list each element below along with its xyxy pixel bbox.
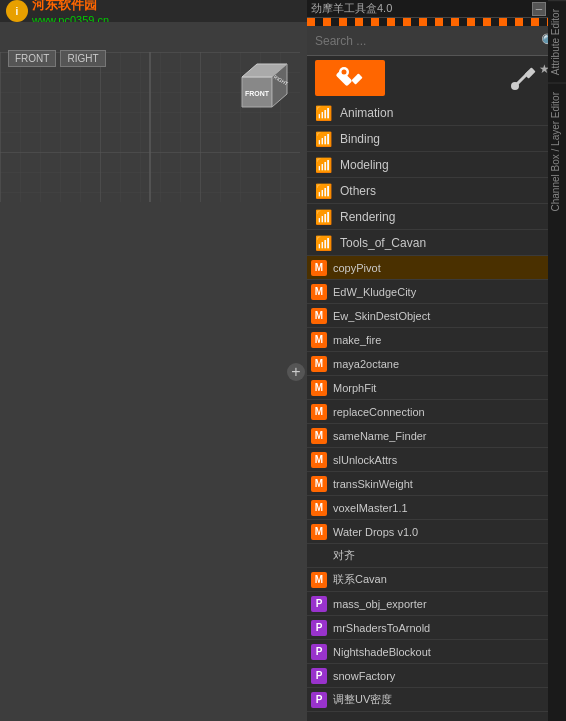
- tool-maya2octane[interactable]: M maya2octane: [307, 352, 566, 376]
- tool-adjust-uv[interactable]: P 调整UV密度: [307, 688, 566, 712]
- tool-label: EdW_KludgeCity: [333, 286, 416, 298]
- badge-p: P: [311, 620, 327, 636]
- badge-m: M: [311, 284, 327, 300]
- tool-label: snowFactory: [333, 670, 395, 682]
- right-panel: 劲摩羊工具盒4.0 ─ □ 🔍 ★: [307, 0, 566, 721]
- category-rendering[interactable]: 📶 Rendering: [307, 204, 566, 230]
- minimize-button[interactable]: ─: [532, 2, 546, 16]
- category-tools-of-cavan[interactable]: 📶 Tools_of_Cavan: [307, 230, 566, 256]
- badge-m: M: [311, 380, 327, 396]
- category-list[interactable]: 📶 Animation 📶 Binding 📶 Modeling 📶 Other…: [307, 100, 566, 721]
- tool-label: Ew_SkinDestObject: [333, 310, 430, 322]
- plus-button[interactable]: +: [287, 363, 305, 381]
- wifi-icon: 📶: [315, 183, 332, 199]
- orientation-cube[interactable]: FRONT RIGHT: [227, 52, 292, 117]
- tool-label: sameName_Finder: [333, 430, 427, 442]
- category-label: Others: [340, 184, 376, 198]
- tool-transSkinWeight[interactable]: M transSkinWeight: [307, 472, 566, 496]
- active-tab[interactable]: [315, 60, 385, 96]
- category-binding[interactable]: 📶 Binding: [307, 126, 566, 152]
- category-label: Rendering: [340, 210, 395, 224]
- tool-label: mass_obj_exporter: [333, 598, 427, 610]
- badge-p: P: [311, 644, 327, 660]
- badge-m: M: [311, 404, 327, 420]
- wifi-icon-special: 📶: [315, 235, 332, 251]
- tool-label: 对齐: [333, 548, 355, 563]
- tool-align[interactable]: 对齐: [307, 544, 566, 568]
- tool-label: mrShadersToArnold: [333, 622, 430, 634]
- tool-WaterDrops[interactable]: M Water Drops v1.0: [307, 520, 566, 544]
- tool-label: transSkinWeight: [333, 478, 413, 490]
- category-animation[interactable]: 📶 Animation: [307, 100, 566, 126]
- badge-p: P: [311, 692, 327, 708]
- badge-p: P: [311, 596, 327, 612]
- tool-label: 调整UV密度: [333, 692, 392, 707]
- tool-label: 联系Cavan: [333, 572, 387, 587]
- tool-EdW_KludgeCity[interactable]: M EdW_KludgeCity: [307, 280, 566, 304]
- tool-label: replaceConnection: [333, 406, 425, 418]
- title-bar: 劲摩羊工具盒4.0 ─ □: [307, 0, 566, 18]
- viewport-grid: FRONT RIGHT FRONT RIGHT +: [0, 22, 307, 721]
- category-label: Animation: [340, 106, 393, 120]
- tool-copyPivot[interactable]: M copyPivot: [307, 256, 566, 280]
- tool-Ew_SkinDestObject[interactable]: M Ew_SkinDestObject: [307, 304, 566, 328]
- tool-slUnlockAttrs[interactable]: M slUnlockAttrs: [307, 448, 566, 472]
- badge-m: M: [311, 356, 327, 372]
- tool-make_fire[interactable]: M make_fire: [307, 328, 566, 352]
- search-input[interactable]: [315, 34, 535, 48]
- badge-m: M: [311, 500, 327, 516]
- tool-replaceConnection[interactable]: M replaceConnection: [307, 400, 566, 424]
- tool-label: copyPivot: [333, 262, 381, 274]
- svg-point-14: [511, 82, 519, 90]
- right-sidebar: Attribute Editor Channel Box / Layer Edi…: [548, 0, 566, 721]
- sidebar-label-channel[interactable]: Channel Box / Layer Editor: [548, 83, 566, 220]
- tool-voxelMaster[interactable]: M voxelMaster1.1: [307, 496, 566, 520]
- badge-m: M: [311, 572, 327, 588]
- wifi-icon: 📶: [315, 157, 332, 173]
- wifi-icon: 📶: [315, 105, 332, 121]
- site-name: 河东软件园: [32, 0, 109, 14]
- no-badge: [311, 548, 327, 564]
- tool-mass_obj_exporter[interactable]: P mass_obj_exporter: [307, 592, 566, 616]
- sidebar-label-attribute[interactable]: Attribute Editor: [548, 0, 566, 83]
- badge-m: M: [311, 308, 327, 324]
- tool-mrShadersToArnold[interactable]: P mrShadersToArnold: [307, 616, 566, 640]
- tools-icon-inactive: [507, 62, 539, 94]
- front-label[interactable]: FRONT: [8, 50, 56, 67]
- badge-m: M: [311, 332, 327, 348]
- badge-m: M: [311, 428, 327, 444]
- right-label[interactable]: RIGHT: [60, 50, 105, 67]
- wifi-icon: 📶: [315, 209, 332, 225]
- category-label: Tools_of_Cavan: [340, 236, 426, 250]
- category-modeling[interactable]: 📶 Modeling: [307, 152, 566, 178]
- tools-icon-active: [334, 62, 366, 94]
- viewport-header: i 河东软件园 www.pc0359.cn: [0, 0, 307, 22]
- category-others[interactable]: 📶 Others: [307, 178, 566, 204]
- tool-label: maya2octane: [333, 358, 399, 370]
- category-label: Modeling: [340, 158, 389, 172]
- tool-NightshadeBlockout[interactable]: P NightshadeBlockout: [307, 640, 566, 664]
- svg-rect-10: [351, 73, 362, 84]
- viewport-labels: FRONT RIGHT: [8, 50, 106, 67]
- tool-contact-cavan[interactable]: M 联系Cavan: [307, 568, 566, 592]
- cube-svg: FRONT RIGHT: [227, 52, 292, 117]
- tab-icons-row: ★: [307, 56, 566, 100]
- badge-m: M: [311, 260, 327, 276]
- category-label: Binding: [340, 132, 380, 146]
- badge-m: M: [311, 452, 327, 468]
- tool-MorphFit[interactable]: M MorphFit: [307, 376, 566, 400]
- tool-sameName_Finder[interactable]: M sameName_Finder: [307, 424, 566, 448]
- search-bar: 🔍: [307, 26, 566, 56]
- badge-p: P: [311, 668, 327, 684]
- logo-icon: i: [6, 0, 28, 22]
- tool-label: Water Drops v1.0: [333, 526, 418, 538]
- app-title: 劲摩羊工具盒4.0: [311, 1, 392, 16]
- tool-label: make_fire: [333, 334, 381, 346]
- tool-label: slUnlockAttrs: [333, 454, 397, 466]
- stripe-header: [307, 18, 566, 26]
- tool-label: NightshadeBlockout: [333, 646, 431, 658]
- svg-point-12: [342, 70, 347, 75]
- tool-snowFactory[interactable]: P snowFactory: [307, 664, 566, 688]
- svg-text:FRONT: FRONT: [245, 90, 270, 97]
- tool-label: MorphFit: [333, 382, 376, 394]
